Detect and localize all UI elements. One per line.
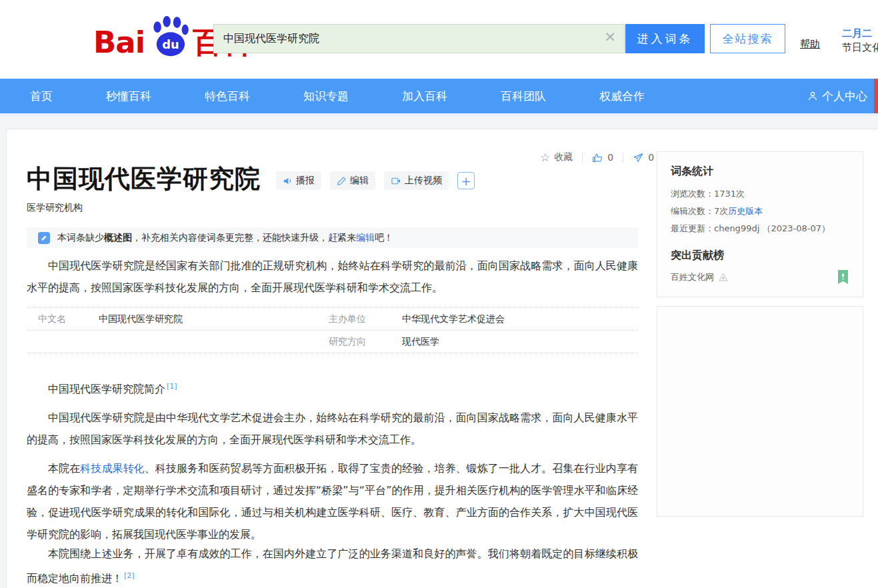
body-paragraph: 本院围绕上述业务，开展了卓有成效的工作，在国内外建立了广泛的业务渠道和良好的声誉… [27, 543, 638, 588]
body-paragraph: 本院在科技成果转化、科技服务和医药贸易等方面积极开拓，取得了宝贵的经验，培养、锻… [27, 457, 638, 545]
reference-1-link[interactable]: [1] [167, 382, 177, 391]
info-label: 主办单位 [329, 313, 402, 325]
stats-heading: 词条统计 [671, 165, 849, 179]
search-input[interactable] [213, 24, 625, 53]
sidebar-empty-panel [657, 306, 863, 517]
divider [582, 153, 583, 163]
logo-text-bai: Bai [93, 27, 145, 57]
views-count: 浏览次数：1731次 [671, 185, 849, 203]
edit-pencil-icon [38, 232, 50, 244]
info-label: 研究方向 [329, 336, 402, 348]
nav-item-tese[interactable]: 特色百科 [205, 89, 250, 104]
svg-text:du: du [162, 37, 179, 51]
enter-entry-button[interactable]: 进入词条 [625, 24, 705, 53]
info-value: 中华现代文学艺术促进会 [402, 313, 638, 325]
table-row: 研究方向 现代医学 [27, 331, 638, 353]
main-nav: 首页 秒懂百科 特色百科 知识专题 加入百科 百科团队 权威合作 个人中心 [0, 79, 878, 113]
user-center-label: 个人中心 [822, 89, 867, 104]
title-buttons: 播报 编辑 上传视频 + [276, 171, 475, 190]
medal-badge-icon [718, 272, 729, 283]
info-label: 中文名 [27, 313, 99, 325]
share-icon [633, 152, 644, 163]
video-camera-icon [391, 176, 401, 186]
pencil-icon [337, 176, 347, 186]
star-icon: ☆ [540, 152, 550, 163]
nav-item-team[interactable]: 百科团队 [501, 89, 546, 104]
clear-search-icon[interactable]: × [604, 29, 616, 44]
promo-title-link[interactable]: 二月二 [842, 27, 878, 41]
like-button[interactable]: 0 [592, 152, 613, 163]
upload-video-label: 上传视频 [405, 175, 442, 187]
nav-item-zhishi[interactable]: 知识专题 [303, 89, 349, 104]
entry-title: 中国现代医学研究院 [27, 162, 261, 196]
site-search-button[interactable]: 全站搜索 [710, 24, 785, 53]
clipped-banner-edge [874, 79, 878, 113]
entry-statistics-panel: 词条统计 浏览次数：1731次 编辑次数：7次历史版本 最近更新：cheng99… [657, 151, 863, 297]
like-count: 0 [607, 152, 613, 163]
reference-2-link[interactable]: [2] [124, 571, 135, 580]
broadcast-label: 播报 [296, 175, 315, 187]
share-button[interactable]: 0 [633, 152, 654, 163]
nav-item-home[interactable]: 首页 [30, 89, 53, 104]
lead-paragraph: 中国现代医学研究院是经国家有关部门批准的正规研究机构，始终站在科学研究的最前沿，… [27, 255, 638, 299]
edits-count: 编辑次数：7次历史版本 [671, 203, 849, 220]
tech-transfer-link[interactable]: 科技成果转化 [80, 462, 145, 475]
section-intro-line: 中国现代医学研究院简介[1] [27, 375, 638, 400]
edit-label: 编辑 [350, 175, 369, 187]
basic-info-table: 中文名 中国现代医学研究院 主办单位 中华现代文学艺术促进会 研究方向 现代医学 [27, 307, 638, 353]
nav-item-join[interactable]: 加入百科 [402, 89, 447, 104]
favorite-button[interactable]: ☆ 收藏 [540, 151, 573, 163]
info-value: 中国现代医学研究院 [99, 313, 329, 325]
table-row: 中文名 中国现代医学研究院 主办单位 中华现代文学艺术促进会 [27, 308, 638, 331]
nav-item-cooperation[interactable]: 权威合作 [599, 89, 645, 104]
contributor-name-link[interactable]: 百姓文化网 [671, 271, 714, 283]
missing-overview-notice: 本词条缺少概述图，补充相关内容使词条更完整，还能快速升级，赶紧来编辑吧！ [27, 227, 638, 248]
history-versions-link[interactable]: 历史版本 [728, 206, 763, 216]
nav-under-strip [0, 113, 878, 116]
person-icon [807, 91, 818, 101]
contributor-row: 百姓文化网 [671, 271, 849, 283]
contributors-heading: 突出贡献榜 [671, 249, 849, 263]
last-updated: 最近更新：cheng99dj （2023-08-07） [671, 220, 849, 237]
speaker-icon [283, 176, 293, 186]
body-paragraph: 中国现代医学研究院是由中华现代文学艺术促进会主办，始终站在科学研究的最前沿，面向… [27, 407, 638, 451]
nav-item-miaodong[interactable]: 秒懂百科 [106, 89, 151, 104]
favorite-label: 收藏 [554, 151, 573, 163]
help-link[interactable]: 帮助 [800, 38, 820, 51]
divider [623, 153, 623, 163]
entry-subtitle: 医学研究机构 [27, 202, 83, 214]
share-count: 0 [648, 152, 654, 163]
broadcast-button[interactable]: 播报 [276, 171, 321, 190]
baidu-paw-icon: du [147, 16, 191, 59]
thumbs-up-icon [592, 152, 603, 163]
user-center-link[interactable]: 个人中心 [807, 79, 867, 113]
add-module-button[interactable]: + [457, 172, 475, 189]
notice-text: 本词条缺少概述图，补充相关内容使词条更完整，还能快速升级，赶紧来编辑吧！ [57, 232, 393, 244]
contributor-ribbon-icon [838, 270, 848, 284]
entry-actions-row: ☆ 收藏 0 0 [540, 149, 654, 165]
notice-edit-link[interactable]: 编辑 [356, 232, 375, 243]
festival-promo: 二月二 节日文化 [842, 27, 878, 55]
info-value: 现代医学 [402, 336, 638, 348]
upload-video-button[interactable]: 上传视频 [384, 171, 449, 190]
promo-subtitle: 节日文化 [842, 41, 878, 55]
edit-button[interactable]: 编辑 [330, 171, 375, 190]
page-header: Bai du 百科 × 进入词条 全站搜索 帮助 二月二 节日文化 [0, 0, 878, 79]
